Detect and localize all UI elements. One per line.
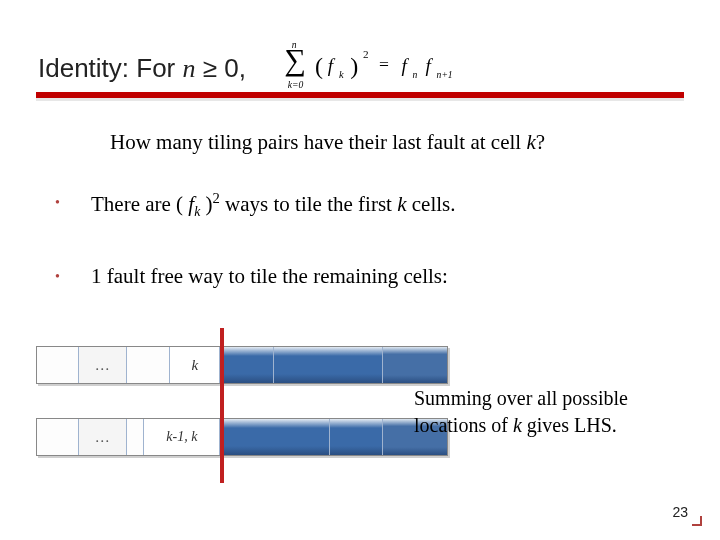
b1-pre: There are ( [91,192,188,216]
bullet-list: • There are ( fk )2 ways to tile the fir… [55,190,680,334]
tiling-strip-top: … k [36,346,448,384]
cell-blank [37,347,79,383]
b1-post2: cells. [406,192,455,216]
tiling-strip-bottom: … k-1, k [36,418,448,456]
title-suffix: ≥ 0, [196,53,246,83]
title-var-n: n [183,54,196,83]
summing-text: Summing over all possible locations of k… [414,385,686,439]
rparen: ) [350,53,358,79]
title-prefix: Identity: For [38,53,183,83]
question-k: k [526,130,535,154]
bullet-dot-icon: • [55,190,91,216]
tiling-diagram: … k … k-1, k [36,340,456,490]
cell-blank [127,419,145,455]
title-text: Identity: For n ≥ 0, [38,53,246,84]
bullet-2-body: 1 fault free way to tile the remaining c… [91,264,680,289]
cell-blank [127,347,171,383]
summing-k: k [513,414,527,436]
question-pre: How many tiling pairs have their last fa… [110,130,526,154]
b1-exp: 2 [213,190,220,206]
cell-dots: … [79,347,127,383]
cell-dots: … [79,419,127,455]
cell-k1k-label: k-1, k [144,419,220,455]
fault-line [220,328,224,483]
cell-tile [220,347,274,383]
bullet-2: • 1 fault free way to tile the remaining… [55,264,680,290]
rhs-sub-n1: n+1 [437,69,453,80]
cell-k-label: k [170,347,220,383]
sum-upper: n [292,40,297,50]
b1-post: ways to tile the first [220,192,397,216]
bullet-dot-icon: • [55,264,91,290]
title-underline [36,92,684,101]
cell-blank [37,419,79,455]
b1-mid: ) [200,192,212,216]
summing-post: gives LHS. [527,414,617,436]
sum-lower: k=0 [288,79,304,90]
cell-tile [383,347,447,383]
bullet-1-body: There are ( fk )2 ways to tile the first… [91,190,680,220]
lparen: ( [315,53,323,79]
rule-shadow [36,98,684,101]
term-k: k [339,69,344,80]
equals: = [379,54,389,74]
rhs-sub-n: n [413,69,418,80]
slide-title: Identity: For n ≥ 0, ∑ k=0 n ( f k ) 2 =… [38,40,682,96]
question-post: ? [536,130,545,154]
exp-2: 2 [363,48,369,60]
corner-decoration-icon [692,516,702,526]
rhs-f2: f [425,55,433,76]
identity-formula: ∑ k=0 n ( f k ) 2 = f n f n+1 [276,40,514,96]
rhs-f1: f [401,55,409,76]
cell-tile-wide [220,419,329,455]
question-text: How many tiling pairs have their last fa… [110,130,545,155]
term-f: f [328,55,336,76]
cell-tile [330,419,384,455]
page-number: 23 [672,504,688,520]
bullet-1: • There are ( fk )2 ways to tile the fir… [55,190,680,220]
cell-tile-wide [274,347,383,383]
